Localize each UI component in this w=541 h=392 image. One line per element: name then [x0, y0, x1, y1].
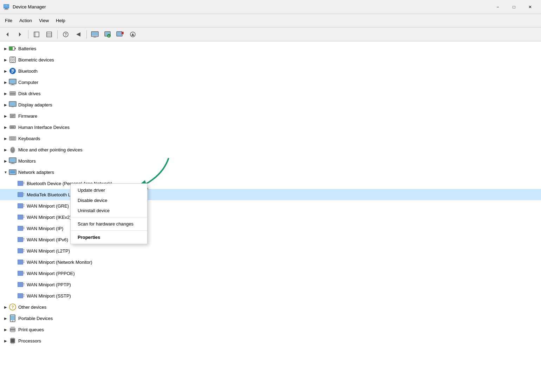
- svg-text:?: ?: [65, 33, 67, 37]
- tree-label-wan6: WAN Miniport (Network Monitor): [27, 260, 92, 265]
- tree-icon-computer: [8, 78, 17, 86]
- ctx-properties[interactable]: Properties: [71, 232, 147, 242]
- svg-rect-79: [18, 192, 23, 197]
- tree-toggle-computer[interactable]: ▶: [3, 79, 8, 85]
- tree-toggle-displayadapters[interactable]: ▶: [3, 102, 8, 107]
- tree-toggle-firmware[interactable]: ▶: [3, 113, 8, 119]
- tree-toggle-processors[interactable]: ▶: [3, 338, 8, 344]
- tree-icon-wan3: [17, 224, 25, 233]
- tree-item-portable[interactable]: ▶Portable Devices: [0, 313, 541, 324]
- ctx-scan-changes[interactable]: Scan for hardware changes: [71, 219, 147, 229]
- tree-item-hid[interactable]: ▶Human Interface Devices: [0, 122, 541, 133]
- svg-rect-89: [23, 217, 25, 218]
- tree-item-firmware[interactable]: ▶Firmware: [0, 110, 541, 122]
- tree-label-hid: Human Interface Devices: [18, 125, 70, 130]
- tree-toggle-portable[interactable]: ▶: [3, 315, 8, 321]
- back-button[interactable]: [1, 29, 13, 40]
- tree-icon-wan6: [17, 258, 25, 266]
- ctx-update-driver[interactable]: Update driver: [71, 185, 147, 195]
- tree-icon-portable: [8, 314, 17, 322]
- maximize-button[interactable]: □: [506, 0, 522, 14]
- tree-item-keyboards[interactable]: ▶Keyboards: [0, 133, 541, 144]
- tree-icon-hid: [8, 123, 17, 131]
- tree-item-diskdrives[interactable]: ▶Disk drives: [0, 88, 541, 99]
- properties-button[interactable]: ?: [60, 29, 72, 40]
- tree-item-networkadapters[interactable]: ▼Network adapters: [0, 166, 541, 178]
- tree-toggle-hid[interactable]: ▶: [3, 124, 8, 130]
- tree-icon-firmware: [8, 112, 17, 120]
- tree-item-processors[interactable]: ▶Processors: [0, 335, 541, 346]
- tree-item-mice[interactable]: ▶Mice and other pointing devices: [0, 144, 541, 155]
- svg-rect-76: [23, 182, 25, 183]
- tree-item-biometric[interactable]: ▶Biometric devices: [0, 54, 541, 65]
- tree-toggle-mice[interactable]: ▶: [3, 147, 8, 152]
- menu-action[interactable]: Action: [16, 17, 35, 25]
- menu-help[interactable]: Help: [52, 17, 69, 25]
- ctx-uninstall-device[interactable]: Uninstall device: [71, 205, 147, 216]
- svg-marker-6: [19, 32, 21, 37]
- svg-marker-5: [6, 32, 8, 37]
- tree-item-otherdevices[interactable]: ▶?Other devices: [0, 301, 541, 313]
- tree-item-wan8[interactable]: ▶WAN Miniport (PPTP): [0, 279, 541, 290]
- tree-item-bluetooth[interactable]: ▶Bluetooth: [0, 65, 541, 77]
- ctx-disable-device[interactable]: Disable device: [71, 195, 147, 205]
- monitor-button[interactable]: [89, 29, 101, 40]
- tree-label-networkadapters: Network adapters: [18, 170, 54, 175]
- svg-rect-67: [9, 158, 16, 162]
- update-button[interactable]: [72, 29, 84, 40]
- tree-toggle-bluetooth[interactable]: ▶: [3, 68, 8, 74]
- tree-item-computer[interactable]: ▶Computer: [0, 77, 541, 88]
- svg-point-55: [13, 127, 14, 128]
- svg-rect-30: [15, 48, 16, 49]
- svg-rect-124: [11, 327, 15, 329]
- svg-rect-7: [34, 32, 39, 37]
- menu-view[interactable]: View: [35, 17, 52, 25]
- tree-toggle-diskdrives[interactable]: ▶: [3, 91, 8, 96]
- app-icon: [3, 4, 10, 11]
- svg-rect-60: [13, 137, 14, 138]
- svg-rect-16: [92, 32, 98, 36]
- tree-toggle-monitors[interactable]: ▶: [3, 158, 8, 164]
- tree-label-otherdevices: Other devices: [18, 305, 46, 310]
- tree-item-wan6[interactable]: ▶WAN Miniport (Network Monitor): [0, 256, 541, 268]
- tree-label-monitors: Monitors: [18, 158, 36, 164]
- tree-item-wan5[interactable]: ▶WAN Miniport (L2TP): [0, 245, 541, 256]
- tree-item-monitors[interactable]: ▶Monitors: [0, 155, 541, 166]
- menu-file[interactable]: File: [1, 17, 16, 25]
- tree-icon-biometric: [8, 55, 17, 64]
- close-button[interactable]: ✕: [522, 0, 538, 14]
- list-view-button[interactable]: [43, 29, 55, 40]
- tree-item-printqueues[interactable]: ▶Print queues: [0, 324, 541, 335]
- tree-view-button[interactable]: [31, 29, 43, 40]
- tree-label-bluetooth: Bluetooth: [18, 68, 38, 74]
- tree-toggle-biometric[interactable]: ▶: [3, 57, 8, 63]
- tree-icon-wan4: [17, 235, 25, 244]
- tree-icon-otherdevices: ?: [8, 303, 17, 311]
- ctx-sep-2: [71, 230, 147, 231]
- tree-toggle-networkadapters[interactable]: ▼: [3, 169, 8, 175]
- tree-label-wan4: WAN Miniport (IPv6): [27, 237, 68, 242]
- forward-button[interactable]: [14, 29, 26, 40]
- svg-rect-88: [23, 216, 25, 216]
- tree-toggle-batteries[interactable]: ▶: [3, 46, 8, 51]
- tree-icon-keyboards: [8, 134, 17, 143]
- tree-toggle-otherdevices[interactable]: ▶: [3, 304, 8, 310]
- svg-rect-77: [23, 183, 25, 184]
- remove-button[interactable]: [114, 29, 126, 40]
- svg-point-122: [12, 321, 13, 322]
- tree-item-wan7[interactable]: ▶WAN Miniport (PPPOE): [0, 268, 541, 279]
- minimize-button[interactable]: −: [490, 0, 506, 14]
- tree-toggle-printqueues[interactable]: ▶: [3, 327, 8, 332]
- svg-rect-48: [11, 115, 14, 116]
- tree-item-wan-sstp[interactable]: ▶WAN Miniport (SSTP): [0, 290, 541, 301]
- tree-item-batteries[interactable]: ▶Batteries: [0, 43, 541, 54]
- add-button[interactable]: +: [102, 29, 113, 40]
- scan-button[interactable]: [127, 29, 139, 40]
- tree-toggle-keyboards[interactable]: ▶: [3, 136, 8, 141]
- tree-label-keyboards: Keyboards: [18, 136, 40, 141]
- svg-rect-72: [10, 171, 15, 171]
- svg-rect-1: [5, 8, 8, 9]
- svg-rect-96: [23, 238, 25, 239]
- svg-text:+: +: [108, 34, 110, 38]
- tree-item-displayadapters[interactable]: ▶Display adapters: [0, 99, 541, 110]
